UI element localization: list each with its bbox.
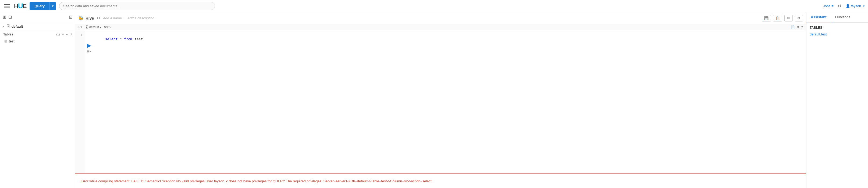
toolbar-right: 💾 📋 🏷 ⚙ [762, 15, 803, 22]
database-icon: 🗄 [6, 24, 10, 29]
query-type[interactable]: text ▾ [104, 25, 112, 29]
run-area: ▶ [87, 42, 91, 49]
db-name-status[interactable]: default [89, 25, 99, 29]
sidebar-top-icons: ⊞ ⊡ [3, 14, 12, 20]
right-panel: Assistant Functions Tables default.test [806, 12, 868, 188]
logo-h: H [14, 3, 18, 10]
undo-nav-icon[interactable]: ↺ [838, 3, 841, 9]
save-button[interactable]: 💾 [762, 15, 771, 22]
tables-controls: (1) ▼ + ↺ [56, 33, 72, 36]
query-database: 🗄 default ▾ [85, 25, 101, 29]
type-label: text [104, 25, 110, 29]
add-table-icon[interactable]: + [66, 33, 68, 36]
user-menu-button[interactable]: 👤 fayson_c [846, 4, 865, 8]
editor-toolbar: 🐝 Hive ↺ Add a name... Add a description… [75, 12, 806, 24]
keyword-select: select [105, 37, 118, 41]
logo-e: E [23, 3, 27, 10]
navbar-left: HUE Query ▾ [3, 2, 56, 10]
run-options-area: ⊞▾ [87, 50, 91, 53]
jobs-button[interactable]: Jobs ≡ [823, 4, 834, 8]
database-name[interactable]: default [11, 25, 23, 29]
db-dropdown-icon[interactable]: ▾ [100, 26, 101, 29]
hamburger-menu[interactable] [3, 3, 11, 9]
undo-editor-button[interactable]: ↺ [97, 15, 100, 21]
tags-button[interactable]: 🏷 [784, 15, 793, 22]
run-options-button[interactable]: ⊞▾ [87, 50, 91, 53]
db-icon-status: 🗄 [85, 25, 89, 29]
search-bar [59, 2, 215, 10]
editor-area: 🐝 Hive ↺ Add a name... Add a description… [75, 12, 806, 188]
copy-document-icon[interactable]: ⊡ [69, 14, 72, 20]
right-section-title: Tables [810, 26, 865, 30]
hive-label: Hive [86, 16, 94, 21]
add-description-field[interactable]: Add a description... [127, 16, 157, 20]
tab-functions[interactable]: Functions [831, 12, 855, 22]
navbar: HUE Query ▾ Jobs ≡ ↺ 👤 fayson_c [0, 0, 868, 12]
table-name: test [9, 39, 14, 43]
user-icon: 👤 [846, 4, 850, 8]
right-content: Tables default.test [806, 23, 868, 40]
tables-icon[interactable]: ⊞ [3, 14, 6, 20]
tables-header: Tables (1) ▼ + ↺ [0, 31, 75, 38]
search-input[interactable] [59, 2, 215, 10]
settings-status-icon[interactable]: ⚙ [797, 25, 800, 29]
query-status-bar: 0s 🗄 default ▾ text ▾ 📄 ⚙ ? [75, 24, 806, 30]
run-button[interactable]: ▶ [87, 42, 91, 49]
back-arrow-icon[interactable]: ‹ [3, 24, 5, 29]
add-name-field[interactable]: Add a name... [103, 16, 125, 20]
right-tabs: Assistant Functions [806, 12, 868, 23]
tables-label: Tables [3, 33, 13, 36]
app-logo: HUE [14, 2, 26, 10]
error-message: Error while compiling statement: FAILED:… [81, 179, 801, 184]
table-grid-icon: ⊞ [4, 39, 7, 43]
line-number-1: 1 [78, 33, 83, 37]
hive-icon: 🐝 [79, 15, 84, 21]
navbar-right: Jobs ≡ ↺ 👤 fayson_c [823, 3, 865, 9]
error-area: Error while compiling statement: FAILED:… [75, 174, 806, 188]
query-time: 0s [79, 25, 82, 29]
sidebar-top: ⊞ ⊡ ⊡ [0, 12, 75, 22]
settings-button[interactable]: ⚙ [795, 15, 803, 22]
sidebar-nav: ‹ 🗄 default [0, 22, 75, 31]
logo-u: U [18, 2, 23, 10]
left-sidebar: ⊞ ⊡ ⊡ ‹ 🗄 default Tables (1) ▼ + ↺ ⊞ tes… [0, 12, 75, 188]
right-item-default-test[interactable]: default.test [810, 32, 865, 37]
table-item[interactable]: ⊞ test [0, 38, 75, 45]
username-label: fayson_c [851, 4, 865, 8]
filter-icon[interactable]: ▼ [62, 33, 65, 36]
line-numbers: 1 [75, 30, 85, 174]
tables-count: (1) [56, 33, 60, 36]
main-layout: ⊞ ⊡ ⊡ ‹ 🗄 default Tables (1) ▼ + ↺ ⊞ tes… [0, 12, 868, 188]
code-editor: 1 select * from test ▶ ⊞▾ [75, 30, 806, 174]
file-icon[interactable]: 📄 [791, 25, 795, 29]
copy-button[interactable]: 📋 [773, 15, 782, 22]
status-icons: 📄 ⚙ ? [791, 25, 803, 29]
hive-badge: 🐝 Hive [79, 15, 94, 21]
jobs-icon: ≡ [831, 4, 834, 8]
query-dropdown-button[interactable]: ▾ [50, 2, 56, 10]
table-ref: test [134, 37, 143, 41]
documents-icon[interactable]: ⊡ [8, 14, 12, 20]
type-dropdown-icon[interactable]: ▾ [110, 26, 112, 29]
keyword-from: from [124, 37, 132, 41]
query-button-group: Query ▾ [30, 2, 56, 10]
help-icon[interactable]: ? [801, 25, 803, 29]
jobs-label: Jobs [823, 4, 830, 8]
tab-assistant[interactable]: Assistant [806, 12, 831, 22]
refresh-icon[interactable]: ↺ [69, 33, 72, 36]
query-button[interactable]: Query [30, 2, 50, 10]
code-content[interactable]: select * from test [85, 30, 806, 174]
